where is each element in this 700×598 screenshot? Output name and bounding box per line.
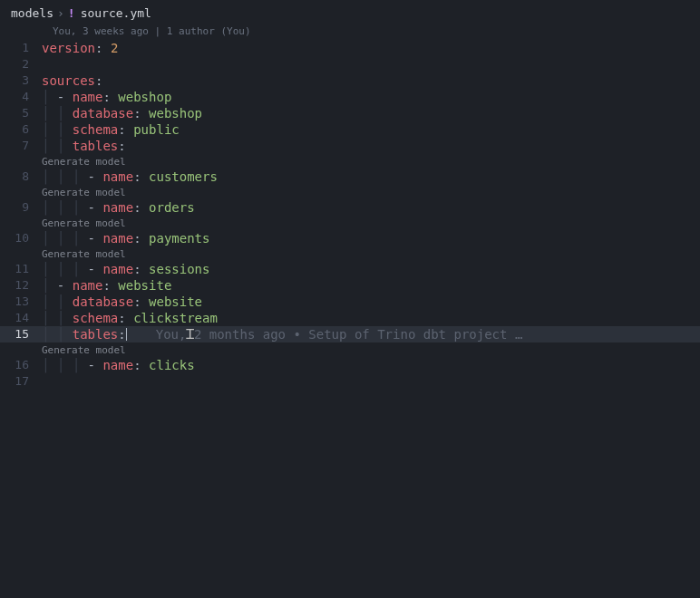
code-line[interactable]: 16 │ │ │ - name: clicks [0,357,700,373]
yaml-key: version [42,41,95,55]
breadcrumb[interactable]: models › ! source.yml [0,0,700,25]
yaml-key: tables [73,139,119,153]
code-line[interactable]: 9 │ │ │ - name: orders [0,199,700,216]
line-number: 17 [0,373,42,390]
gitlens-inline-blame[interactable]: You, 2 months ago • Setup of Trino dbt p… [156,326,523,342]
line-number: 9 [0,199,42,216]
code-line[interactable]: 10 │ │ │ - name: payments [0,230,700,246]
code-line[interactable]: 3 sources: [0,72,700,89]
code-line[interactable]: 14 │ │ schema: clickstream [0,310,700,326]
code-line[interactable]: 13 │ │ database: website [0,294,700,310]
yaml-key: name [102,262,133,276]
line-number: 15 [0,326,42,342]
codelens-generate-model[interactable]: Generate model [0,342,700,357]
codelens-generate-model[interactable]: Generate model [0,216,700,230]
code-line[interactable]: 6 │ │ schema: public [0,121,700,138]
line-number: 10 [0,230,42,246]
code-line[interactable]: 7 │ │ tables: [0,138,700,154]
text-cursor [126,328,127,341]
codelens-generate-model[interactable]: Generate model [0,246,700,261]
yaml-value: clicks [149,358,195,372]
code-line[interactable]: 2 [0,56,700,72]
code-editor[interactable]: 1 version: 2 2 3 sources: 4 │ - name: we… [0,40,700,390]
line-number: 7 [0,138,42,154]
yaml-key: name [102,200,133,215]
line-number: 8 [0,169,42,185]
yaml-value: public [133,122,180,137]
yaml-number: 2 [111,41,118,55]
yaml-key: tables [73,327,119,342]
yaml-file-icon: ! [68,6,75,20]
yaml-key: schema [73,122,119,137]
yaml-value: clickstream [133,311,218,325]
line-number: 11 [0,261,42,277]
code-line[interactable]: 8 │ │ │ - name: customers [0,169,700,185]
line-number: 1 [0,40,42,56]
yaml-key: name [102,231,133,246]
line-number: 16 [0,357,42,373]
code-line[interactable]: 4 │ - name: webshop [0,89,700,105]
yaml-key: schema [73,311,119,325]
yaml-value: orders [149,200,195,215]
yaml-value: customers [149,169,218,184]
yaml-key: name [102,169,133,184]
code-line[interactable]: 12 │ - name: website [0,277,700,294]
code-line[interactable]: 17 [0,373,700,390]
yaml-key: name [73,278,103,293]
yaml-value: webshop [149,106,202,121]
line-number: 2 [0,56,42,72]
yaml-value: sessions [149,262,209,276]
yaml-key: database [73,294,133,309]
chevron-right-icon: › [57,6,64,20]
line-number: 12 [0,277,42,294]
yaml-value: webshop [118,90,171,104]
gitlens-authorship[interactable]: You, 3 weeks ago | 1 author (You) [0,25,700,40]
yaml-key: database [73,106,133,121]
code-line-current[interactable]: 15 │ │ tables: You, 2 months ago • Setup… [0,326,700,342]
codelens-generate-model[interactable]: Generate model [0,154,700,169]
codelens-generate-model[interactable]: Generate model [0,185,700,199]
yaml-value: website [149,294,202,309]
yaml-key: name [102,358,133,372]
yaml-value: payments [149,231,209,246]
code-line[interactable]: 5 │ │ database: webshop [0,105,700,121]
yaml-key: sources [42,73,95,88]
line-number: 13 [0,294,42,310]
yaml-key: name [73,90,103,104]
yaml-value: website [118,278,171,293]
line-number: 6 [0,121,42,138]
line-number: 14 [0,310,42,326]
line-number: 4 [0,89,42,105]
breadcrumb-segment-models[interactable]: models [11,6,53,20]
line-number: 3 [0,72,42,89]
code-line[interactable]: 11 │ │ │ - name: sessions [0,261,700,277]
code-line[interactable]: 1 version: 2 [0,40,700,56]
breadcrumb-filename[interactable]: source.yml [81,6,151,20]
line-number: 5 [0,105,42,121]
